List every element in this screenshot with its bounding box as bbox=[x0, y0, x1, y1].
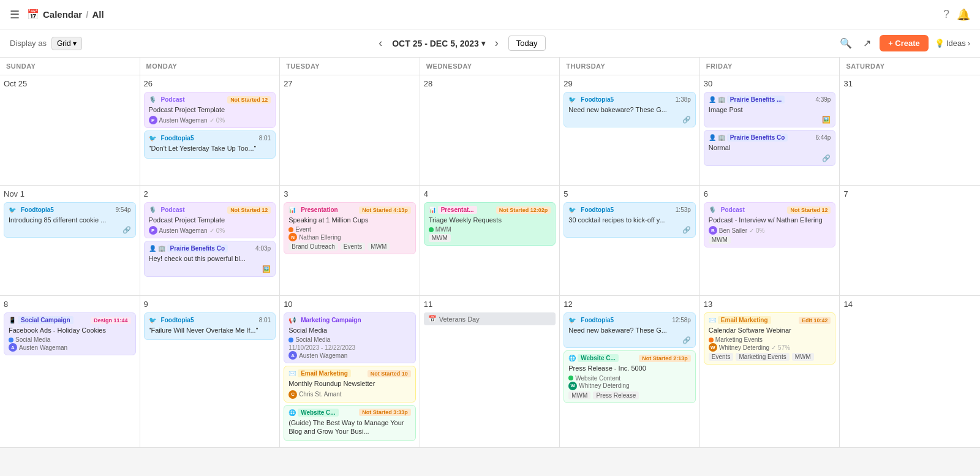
event-card[interactable]: 👤🏢Prairie Benefits ...4:39pImage Post🖼️ bbox=[704, 92, 836, 127]
event-card[interactable]: 🐦Foodtopia59:54pIntroducing 85 different… bbox=[4, 202, 136, 238]
calendar-cell-0-5[interactable]: 30👤🏢Prairie Benefits ...4:39pImage Post🖼… bbox=[700, 75, 840, 185]
event-icons: 🖼️ bbox=[709, 116, 831, 124]
date-number: 10 bbox=[284, 300, 416, 309]
event-header: 🎙️PodcastNot Started 12 bbox=[149, 96, 271, 104]
calendar-cell-0-0[interactable]: Oct 25 bbox=[0, 75, 140, 185]
event-header: 🐦Foodtopia58:01 bbox=[149, 316, 271, 324]
calendar-cell-2-2[interactable]: 10📢Marketing CampaignSocial MediaSocial … bbox=[280, 296, 420, 447]
event-card[interactable]: ✉️Email MarketingEdit 10:42Calendar Soft… bbox=[704, 312, 836, 365]
event-title: Normal bbox=[709, 143, 831, 152]
calendar-cell-1-3[interactable]: 4📊Presentat...Not Started 12:02pTriage W… bbox=[420, 186, 560, 295]
calendar-cell-0-1[interactable]: 26🎙️PodcastNot Started 12Podcast Project… bbox=[140, 75, 281, 185]
event-tag-label: Website C... bbox=[578, 354, 619, 362]
help-icon[interactable]: ? bbox=[943, 8, 949, 21]
event-card[interactable]: 👤🏢Prairie Benefits Co4:03pHey! check out… bbox=[144, 241, 276, 276]
date-number: Oct 25 bbox=[4, 79, 136, 88]
event-header: 📱Social CampaignDesign 11:44 bbox=[9, 316, 131, 324]
event-card[interactable]: ✉️Email MarketingNot Started 10Monthly R… bbox=[284, 366, 416, 402]
calendar-small-icon: 📅 bbox=[428, 315, 437, 323]
grid-selector[interactable]: Grid ▾ bbox=[51, 37, 82, 50]
create-button[interactable]: + Create bbox=[880, 35, 929, 51]
twitter-icon: 🐦 bbox=[568, 206, 576, 213]
tag-item: Brand Outreach bbox=[288, 243, 338, 251]
chevron-right-icon: › bbox=[968, 39, 970, 48]
search-button[interactable]: 🔍 bbox=[837, 35, 854, 51]
status-dot bbox=[568, 376, 573, 380]
grid-label: Grid bbox=[57, 39, 71, 48]
event-veterans-day[interactable]: 📅 Veterans Day bbox=[424, 312, 556, 325]
event-author: AAusten Wageman bbox=[288, 351, 411, 360]
calendar-cell-2-1[interactable]: 9+🐦Foodtopia58:01"Failure Will Never Ove… bbox=[140, 296, 281, 447]
next-button[interactable]: › bbox=[490, 34, 503, 52]
event-time: 12:58p bbox=[672, 317, 691, 323]
event-title: (Guide) The Best Way to Manage Your Blog… bbox=[288, 418, 411, 436]
event-author: AAusten Wageman bbox=[9, 343, 131, 352]
date-number: 29 bbox=[564, 79, 696, 88]
event-header: 🐦Foodtopia51:53p bbox=[568, 206, 691, 214]
calendar-cell-1-0[interactable]: Nov 1🐦Foodtopia59:54pIntroducing 85 diff… bbox=[0, 186, 140, 295]
calendar-cell-0-2[interactable]: 27 bbox=[280, 75, 420, 185]
tag-item: MWM bbox=[368, 243, 390, 251]
calendar-cell-2-5[interactable]: 13✉️Email MarketingEdit 10:42Calendar So… bbox=[700, 296, 840, 447]
date-number: 30 bbox=[704, 79, 836, 88]
app-title: 📅 Calendar / All bbox=[27, 9, 104, 20]
calendar-cell-0-3[interactable]: 28 bbox=[420, 75, 560, 185]
status-dot bbox=[429, 227, 434, 232]
tag-item: MWM bbox=[792, 353, 814, 361]
date-number: 9+ bbox=[144, 300, 276, 309]
prev-button[interactable]: ‹ bbox=[374, 34, 387, 52]
calendar-cell-0-6[interactable]: 31 bbox=[840, 75, 980, 185]
event-card[interactable]: 📢Marketing CampaignSocial MediaSocial Me… bbox=[284, 312, 416, 363]
event-tag-label: Marketing Campaign bbox=[298, 316, 364, 324]
today-button[interactable]: Today bbox=[508, 36, 546, 51]
calendar-cell-1-4[interactable]: 5🐦Foodtopia51:53p30 cocktail recipes to … bbox=[560, 186, 700, 295]
event-title: Facebook Ads - Holiday Cookies bbox=[9, 326, 131, 334]
calendar-cell-1-2[interactable]: 3📊PresentationNot Started 4:13pSpeaking … bbox=[280, 186, 420, 295]
menu-icon[interactable]: ☰ bbox=[10, 8, 20, 21]
event-card[interactable]: 🐦Foodtopia51:53p30 cocktail recipes to k… bbox=[564, 202, 696, 238]
calendar-cell-2-6[interactable]: 14 bbox=[840, 296, 980, 447]
event-card[interactable]: 📊PresentationNot Started 4:13pSpeaking a… bbox=[284, 202, 416, 254]
event-card[interactable]: 🐦Foodtopia58:01"Failure Will Never Overt… bbox=[144, 312, 276, 340]
calendar-cell-2-3[interactable]: 11 📅 Veterans Day bbox=[420, 296, 560, 447]
bell-icon[interactable]: 🔔 bbox=[957, 8, 970, 21]
event-icons: 🔗 bbox=[568, 336, 691, 344]
image-icon: 🖼️ bbox=[822, 116, 831, 124]
podcast-icon: 🎙️ bbox=[709, 206, 716, 213]
event-card[interactable]: 🌐Website C...Not Started 3:33p(Guide) Th… bbox=[284, 405, 416, 442]
calendar-cell-2-0[interactable]: 8📱Social CampaignDesign 11:44Facebook Ad… bbox=[0, 296, 140, 447]
event-card[interactable]: 👤🏢Prairie Benefits Co6:44pNormal🔗 bbox=[704, 130, 836, 165]
event-title: Monthly Roundup Newsletter bbox=[288, 379, 411, 388]
event-card[interactable]: 🐦Foodtopia58:01"Don't Let Yesterday Take… bbox=[144, 130, 276, 158]
calendar-row-0: Oct 2526🎙️PodcastNot Started 12Podcast P… bbox=[0, 75, 980, 186]
event-tags: EventsMarketing EventsMWM bbox=[709, 353, 831, 361]
calendar-cell-1-1[interactable]: 2🎙️PodcastNot Started 12Podcast Project … bbox=[140, 186, 281, 295]
event-card[interactable]: 🐦Foodtopia51:38pNeed new bakeware? These… bbox=[564, 92, 696, 127]
share-button[interactable]: ↗ bbox=[861, 35, 873, 51]
event-card[interactable]: 📱Social CampaignDesign 11:44Facebook Ads… bbox=[4, 312, 136, 355]
event-tag-label: Presentation bbox=[298, 206, 341, 214]
percent-label: 0% bbox=[216, 227, 225, 234]
event-card[interactable]: 🌐Website C...Not Started 2:13pPress Rele… bbox=[564, 350, 696, 402]
date-number: 27 bbox=[284, 79, 416, 88]
event-card[interactable]: 🐦Foodtopia512:58pNeed new bakeware? Thes… bbox=[564, 312, 696, 348]
calendar-cell-0-4[interactable]: 29🐦Foodtopia51:38pNeed new bakeware? The… bbox=[560, 75, 700, 185]
event-tags: MWMPress Release bbox=[568, 391, 691, 399]
event-card[interactable]: 📊Presentat...Not Started 12:02pTriage We… bbox=[424, 202, 556, 246]
event-card[interactable]: 🎙️PodcastNot Started 12Podcast Project T… bbox=[144, 202, 276, 238]
event-icons: 🔗 bbox=[568, 116, 691, 124]
event-time: 9:54p bbox=[116, 206, 131, 213]
date-number: 3 bbox=[284, 189, 416, 198]
date-range[interactable]: OCT 25 - DEC 5, 2023 ▾ bbox=[392, 39, 485, 48]
header-tuesday: TUESDAY bbox=[280, 58, 420, 75]
top-nav: ☰ 📅 Calendar / All ? 🔔 bbox=[0, 0, 980, 29]
event-card[interactable]: 🎙️PodcastNot Started 12Podcast - Intervi… bbox=[704, 202, 836, 247]
calendar-cell-2-4[interactable]: 12🐦Foodtopia512:58pNeed new bakeware? Th… bbox=[560, 296, 700, 447]
event-tag-label: Foodtopia5 bbox=[578, 206, 617, 214]
header-wednesday: WEDNESDAY bbox=[420, 58, 560, 75]
calendar-cell-1-5[interactable]: 6🎙️PodcastNot Started 12Podcast - Interv… bbox=[700, 186, 840, 295]
ideas-button[interactable]: 💡 Ideas › bbox=[935, 39, 970, 48]
calendar-cell-1-6[interactable]: 7 bbox=[840, 186, 980, 295]
event-card[interactable]: 🎙️PodcastNot Started 12Podcast Project T… bbox=[144, 92, 276, 128]
header-monday: MONDAY bbox=[140, 58, 281, 75]
